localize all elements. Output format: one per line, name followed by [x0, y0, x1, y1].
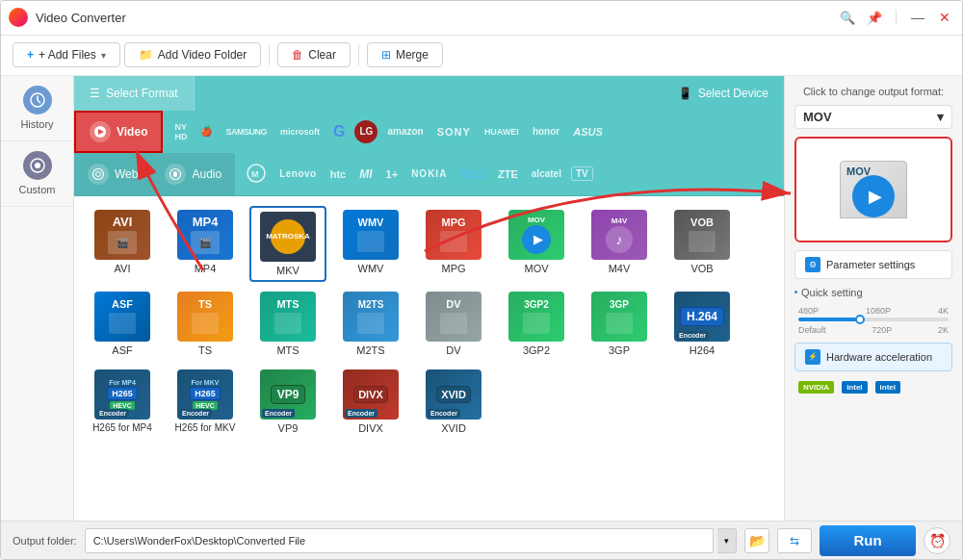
nvidia-logo: NVIDIA — [798, 381, 834, 394]
format-mov[interactable]: MOV ▶ MOV — [498, 206, 575, 282]
dropdown-arrow-icon: ▾ — [937, 110, 944, 124]
tab-select-device[interactable]: 📱 Select Device — [663, 76, 784, 111]
brand-mi[interactable]: MI — [355, 165, 376, 183]
audio-category-label: Audio — [192, 167, 221, 181]
video-category-icon — [90, 121, 111, 142]
category-web[interactable]: Web — [74, 153, 151, 195]
app-title: Video Converter — [36, 11, 838, 25]
param-settings-label: Parameter settings — [826, 259, 915, 270]
folder-open-icon: 📂 — [749, 533, 766, 548]
minimize-button[interactable]: — — [908, 10, 927, 25]
brand-google[interactable]: G — [329, 121, 349, 142]
tab-select-format[interactable]: ☰ Select Format — [74, 76, 195, 111]
brand-sony[interactable]: SONY — [433, 124, 475, 140]
format-mkv[interactable]: MATROSKA MKV — [249, 206, 326, 282]
output-format-selector[interactable]: MOV ▾ — [794, 105, 952, 129]
format-3gp[interactable]: 3GP 3GP — [581, 288, 658, 360]
folder-icon: 📁 — [139, 48, 153, 62]
brand-blu[interactable]: BLU — [456, 165, 488, 183]
main-area: History Custom ☰ Select Format — [1, 76, 962, 521]
preview-button[interactable]: ⇆ — [777, 528, 812, 553]
format-tab-icon: ☰ — [90, 87, 100, 100]
h264-label: H264 — [690, 344, 715, 356]
format-asf[interactable]: ASF ASF — [84, 288, 161, 360]
brand-motorola[interactable]: M — [243, 162, 270, 187]
run-button[interactable]: Run — [820, 525, 916, 556]
quality-slider-track[interactable] — [798, 318, 949, 321]
brand-oneplus[interactable]: 1+ — [382, 166, 403, 182]
quality-slider-thumb[interactable] — [855, 315, 865, 324]
brand-microsoft[interactable]: microsoft — [276, 125, 324, 139]
format-mts[interactable]: MTS MTS — [249, 288, 326, 360]
open-folder-button[interactable]: 📂 — [744, 528, 769, 553]
svg-text:M: M — [251, 169, 259, 179]
mov-thumb: MOV ▶ — [508, 210, 564, 260]
format-m4v[interactable]: M4V ♪ M4V — [581, 206, 658, 282]
mpg-label: MPG — [441, 263, 465, 274]
brand-tv[interactable]: TV — [571, 166, 593, 181]
format-vob[interactable]: VOB VOB — [664, 206, 741, 282]
output-folder-input[interactable] — [85, 528, 714, 553]
format-mp4[interactable]: MP4 🎬 MP4 — [167, 206, 244, 282]
m4v-label: M4V — [609, 263, 631, 274]
category-audio[interactable]: Audio — [151, 153, 235, 195]
parameter-settings-button[interactable]: ⚙ Parameter settings — [794, 250, 952, 279]
quality-slider[interactable]: 480P 1080P 4K Default 720P 2K — [794, 306, 952, 335]
xvid-label: XVID — [441, 422, 466, 434]
divx-thumb: DIVX Encoder — [343, 369, 399, 420]
brand-asus[interactable]: ASUS — [569, 124, 607, 140]
brand-lenovo[interactable]: Lenovo — [275, 166, 321, 181]
brand-htc[interactable]: htc — [326, 166, 351, 182]
format-dv[interactable]: DV DV — [415, 288, 492, 360]
format-wmv[interactable]: WMV WMV — [332, 206, 409, 282]
brand-alcatel[interactable]: alcatel — [528, 166, 565, 181]
xvid-encoder-badge: Encoder — [428, 409, 460, 418]
category-video[interactable]: Video — [74, 111, 163, 153]
format-h264[interactable]: H.264 Encoder H264 — [664, 288, 741, 360]
add-files-button[interactable]: + + Add Files ▾ — [13, 42, 120, 67]
add-folder-button[interactable]: 📁 Add Video Folder — [124, 42, 262, 67]
custom-icon — [23, 151, 52, 180]
brand-nokia[interactable]: NOKIA — [407, 166, 451, 181]
format-h265mp4[interactable]: For MP4 H265 HEVC Encoder H265 for MP4 — [84, 366, 161, 438]
folder-dropdown-arrow[interactable]: ▾ — [717, 528, 737, 553]
format-xvid[interactable]: XVID Encoder XVID — [415, 366, 492, 438]
format-area: ☰ Select Format 📱 Select Device — [74, 76, 784, 521]
dropdown-arrow-icon: ▾ — [101, 50, 106, 61]
mkv-label: MKV — [276, 265, 299, 276]
brand-honor[interactable]: honor — [529, 124, 563, 139]
dv-thumb: DV — [426, 292, 482, 342]
timer-button[interactable]: ⏰ — [924, 527, 950, 554]
output-format-preview[interactable]: MOV — [794, 137, 952, 242]
format-mpg[interactable]: MPG MPG — [415, 206, 492, 282]
search-icon[interactable]: 🔍 — [838, 11, 857, 25]
format-divx[interactable]: DIVX Encoder DIVX — [332, 366, 409, 438]
format-h265mkv[interactable]: For MKV H265 HEVC Encoder H265 for MKV — [167, 366, 244, 438]
3gp-label: 3GP — [609, 344, 630, 356]
brand-huawei[interactable]: HUAWEI — [481, 125, 523, 139]
format-ts[interactable]: TS TS — [167, 288, 244, 360]
pin-icon[interactable]: 📌 — [865, 11, 884, 25]
format-avi[interactable]: AVI 🎬 AVI — [84, 206, 161, 282]
close-button[interactable]: ✕ — [935, 10, 954, 25]
format-m2ts[interactable]: M2TS M2TS — [332, 288, 409, 360]
brand-lg[interactable]: LG — [354, 120, 377, 143]
format-vp9[interactable]: VP9 Encoder VP9 — [249, 366, 326, 438]
merge-button[interactable]: ⊞ Merge — [367, 42, 443, 67]
sidebar-item-custom[interactable]: Custom — [1, 141, 73, 207]
mp4-label: MP4 — [195, 263, 217, 274]
sidebar-item-history[interactable]: History — [1, 76, 73, 141]
brand-apple[interactable]: 🍎 — [196, 124, 216, 139]
clear-button[interactable]: 🗑 Clear — [277, 42, 351, 67]
brand-nyhd[interactable]: NYHD — [170, 120, 191, 143]
format-grid: AVI 🎬 AVI MP4 🎬 — [74, 196, 784, 521]
vp9-encoder-badge: Encoder — [262, 409, 295, 418]
hardware-acceleration-button[interactable]: ⚡ Hardware acceleration — [794, 343, 952, 371]
format-3gp2[interactable]: 3GP2 3GP2 — [498, 288, 575, 360]
brand-zte[interactable]: ZTE — [494, 166, 522, 182]
brand-amazon[interactable]: amazon — [383, 124, 427, 139]
vp9-thumb: VP9 Encoder — [260, 369, 316, 420]
brand-samsung[interactable]: SAMSUNG — [221, 125, 271, 139]
output-format-label: Click to change output format: — [794, 86, 952, 97]
device-tab-icon: 📱 — [678, 87, 692, 100]
